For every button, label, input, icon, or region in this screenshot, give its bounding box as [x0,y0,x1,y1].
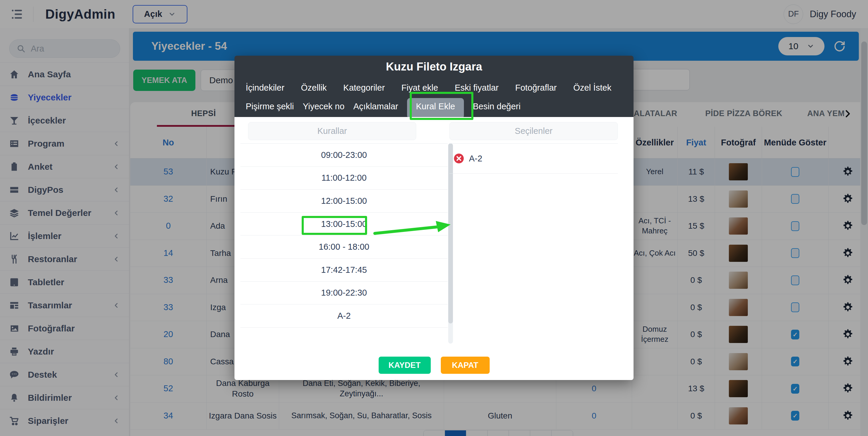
modal-tabs-row1: İçindekiler Özellik Kategoriler Fiyat ek… [246,83,611,93]
modal-tab-eski-fiyatlar[interactable]: Eski fiyatlar [455,83,499,93]
rules-panel-label: Kurallar [248,122,416,140]
modal-body: Kurallar Seçilenler 09:00-23:00 11:00-12… [235,117,633,380]
modal-tab-aciklamalar[interactable]: Açıklamalar [353,98,399,111]
modal-tab-kategoriler[interactable]: Kategoriler [343,83,385,93]
close-button[interactable]: KAPAT [441,357,490,374]
rule-item[interactable]: 12:00-15:00 [240,190,447,213]
rule-item[interactable]: 11:00-12:00 [240,167,447,190]
modal-header: Kuzu Fileto Izgara İçindekiler Özellik K… [235,56,633,117]
rule-item[interactable] [240,328,447,344]
rules-list: 09:00-23:00 11:00-12:00 12:00-15:00 13:0… [240,143,447,344]
food-detail-modal: Kuzu Fileto Izgara İçindekiler Özellik K… [235,56,633,380]
selected-item: A-2 [450,144,618,174]
modal-actions: KAYDET KAPAT [235,357,633,374]
save-button[interactable]: KAYDET [379,357,431,374]
modal-tab-ozellik[interactable]: Özellik [301,83,327,93]
rule-item[interactable]: A-2 [240,304,447,328]
rule-item[interactable]: 13:00-15:00 [240,213,447,236]
modal-tabs-row2: Pişirme şekli Yiyecek no Açıklamalar Kur… [246,98,521,118]
rule-item[interactable]: 16:00 - 18:00 [240,235,447,259]
selected-item-label: A-2 [469,154,482,164]
modal-tab-ozel-istek[interactable]: Özel İstek [573,83,611,93]
modal-tab-icindekiler[interactable]: İçindekiler [246,83,284,93]
modal-tab-fiyat-ekle[interactable]: Fiyat ekle [401,83,438,93]
selected-panel-label: Seçilenler [450,122,618,140]
remove-selected-icon[interactable] [454,153,464,164]
selected-list: A-2 [450,143,618,174]
modal-tab-pisirme-sekli[interactable]: Pişirme şekli [246,98,294,111]
rule-item[interactable]: 09:00-23:00 [240,144,447,167]
rule-item[interactable]: 17:42-17:45 [240,259,447,282]
modal-tab-besin-degeri[interactable]: Besin değeri [473,98,521,111]
modal-tab-kural-ekle[interactable]: Kural Ekle [407,98,464,118]
app-root: DigyAdmin Açık DF Digy Foody Ana Sayfa Y… [0,0,868,436]
modal-title: Kuzu Fileto Izgara [235,60,633,73]
modal-tab-yiyecek-no[interactable]: Yiyecek no [303,98,345,111]
rule-item[interactable]: 19:00-22:30 [240,282,447,305]
modal-tab-fotograflar[interactable]: Fotoğraflar [515,83,557,93]
